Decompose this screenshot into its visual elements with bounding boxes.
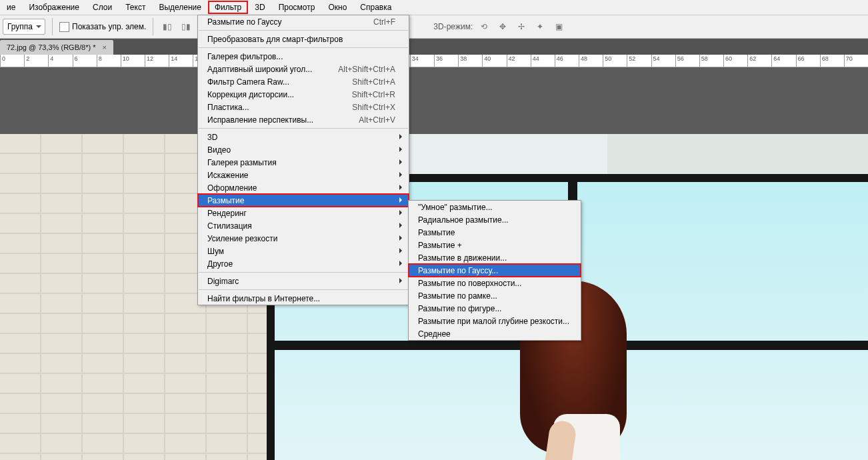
menu-item-label: Стилизация bbox=[207, 221, 395, 231]
pan-icon[interactable]: ✥ bbox=[495, 19, 510, 34]
filter-menu-item[interactable]: Рендеринг bbox=[198, 207, 409, 219]
menu-item-label: Размытие в движении... bbox=[418, 253, 567, 263]
ruler-tick: 64 bbox=[771, 55, 780, 67]
separator bbox=[52, 18, 53, 35]
menu-выделение[interactable]: Выделение bbox=[152, 1, 208, 14]
move-icon[interactable]: ✢ bbox=[514, 19, 529, 34]
submenu-arrow-icon bbox=[399, 278, 405, 283]
blur-submenu-item[interactable]: Размытие по рамке... bbox=[409, 289, 581, 302]
group-select-label: Группа bbox=[7, 22, 33, 31]
menu-3d[interactable]: 3D bbox=[248, 1, 271, 14]
filter-menu-item[interactable]: Оформление bbox=[198, 181, 409, 194]
filter-menu-item[interactable]: Найти фильтры в Интернете... bbox=[198, 292, 409, 305]
submenu-arrow-icon bbox=[399, 223, 405, 228]
ruler-tick: 34 bbox=[410, 55, 419, 67]
ruler-tick: 42 bbox=[507, 55, 515, 67]
show-controls-checkbox[interactable]: Показать упр. элем. bbox=[59, 22, 146, 32]
menu-фильтр[interactable]: Фильтр bbox=[208, 1, 248, 14]
filter-menu-item[interactable]: Адаптивный широкий угол...Alt+Shift+Ctrl… bbox=[198, 63, 409, 75]
checkbox-icon bbox=[59, 22, 69, 32]
filter-menu-item[interactable]: Размытие bbox=[198, 194, 409, 207]
blur-submenu-item[interactable]: Радиальное размытие... bbox=[409, 213, 581, 226]
close-icon[interactable]: × bbox=[102, 43, 106, 51]
scale-icon[interactable]: ✦ bbox=[533, 19, 547, 34]
submenu-arrow-icon bbox=[399, 134, 405, 139]
blur-submenu-item[interactable]: Размытие в движении... bbox=[409, 251, 581, 264]
ruler-tick: 10 bbox=[121, 55, 129, 67]
ruler-tick: 4 bbox=[48, 55, 53, 67]
menu-separator bbox=[199, 289, 408, 290]
menu-item-label: Размытие по Гауссу bbox=[207, 17, 357, 27]
filter-menu-item[interactable]: Видео bbox=[198, 143, 409, 156]
menu-справка[interactable]: Справка bbox=[353, 1, 398, 14]
ruler-tick: 66 bbox=[796, 55, 805, 67]
ruler-horizontal: 0246810121416182022242628303234363840424… bbox=[0, 55, 868, 67]
blur-submenu-item[interactable]: Размытие bbox=[409, 226, 581, 239]
menu-текст[interactable]: Текст bbox=[119, 1, 152, 14]
blur-submenu-item[interactable]: Размытие при малой глубине резкости... bbox=[409, 315, 581, 327]
menu-separator bbox=[199, 30, 408, 31]
menu-separator bbox=[199, 272, 408, 273]
submenu-arrow-icon bbox=[399, 210, 405, 215]
filter-menu-item[interactable]: Усиление резкости bbox=[198, 232, 409, 245]
menu-изображение[interactable]: Изображение bbox=[22, 1, 86, 14]
menu-ие[interactable]: ие bbox=[0, 1, 22, 14]
menu-слои[interactable]: Слои bbox=[86, 1, 119, 14]
ruler-tick: 0 bbox=[0, 55, 5, 67]
filter-menu-item[interactable]: Галерея фильтров... bbox=[198, 50, 409, 63]
menu-item-label: Размытие + bbox=[418, 241, 567, 250]
menu-item-label: Размытие при малой глубине резкости... bbox=[418, 317, 569, 326]
menu-item-label: Галерея размытия bbox=[207, 158, 395, 167]
ruler-tick: 14 bbox=[169, 55, 177, 67]
filter-menu-item[interactable]: 3D bbox=[198, 131, 409, 143]
filter-menu-item[interactable]: Искажение bbox=[198, 169, 409, 181]
mode3d-label: 3D-режим: bbox=[433, 22, 473, 31]
blur-submenu-item[interactable]: Среднее bbox=[409, 327, 581, 340]
blur-submenu-item[interactable]: Размытие по Гауссу... bbox=[409, 264, 581, 277]
submenu-arrow-icon bbox=[399, 147, 405, 152]
filter-menu-item[interactable]: Digimarc bbox=[198, 275, 409, 287]
filter-menu-item[interactable]: Фильтр Camera Raw...Shift+Ctrl+A bbox=[198, 75, 409, 88]
menu-item-label: Искажение bbox=[207, 171, 395, 180]
filter-menu-item[interactable]: Стилизация bbox=[198, 219, 409, 232]
ruler-tick: 6 bbox=[73, 55, 78, 67]
group-select[interactable]: Группа bbox=[3, 19, 45, 35]
filter-menu-item[interactable]: Пластика...Shift+Ctrl+X bbox=[198, 101, 409, 113]
blur-submenu-item[interactable]: Размытие + bbox=[409, 239, 581, 251]
menu-просмотр[interactable]: Просмотр bbox=[272, 1, 322, 14]
filter-menu-item[interactable]: Другое bbox=[198, 257, 409, 270]
menu-item-label: Шум bbox=[207, 247, 395, 256]
menu-item-label: Размытие по фигуре... bbox=[418, 304, 567, 313]
align-icon[interactable]: ▯▮ bbox=[179, 19, 193, 34]
filter-menu-item[interactable]: Шум bbox=[198, 245, 409, 257]
submenu-arrow-icon bbox=[399, 235, 405, 241]
ruler-tick: 38 bbox=[458, 55, 467, 67]
filter-menu-item[interactable]: Галерея размытия bbox=[198, 156, 409, 169]
document-tab[interactable]: 72.jpg @ 73,3% (RGB/8*) * × bbox=[0, 40, 113, 55]
menu-окно[interactable]: Окно bbox=[321, 1, 353, 14]
filter-menu-item[interactable]: Преобразовать для смарт-фильтров bbox=[198, 33, 409, 45]
blur-submenu: "Умное" размытие...Радиальное размытие..… bbox=[408, 200, 581, 341]
blur-submenu-item[interactable]: Размытие по поверхности... bbox=[409, 277, 581, 289]
blur-submenu-item[interactable]: "Умное" размытие... bbox=[409, 201, 581, 213]
camera-icon[interactable]: ▣ bbox=[551, 19, 566, 34]
menu-item-label: Радиальное размытие... bbox=[418, 215, 567, 225]
menu-item-label: "Умное" размытие... bbox=[418, 203, 567, 212]
filter-menu-item[interactable]: Исправление перспективы...Alt+Ctrl+V bbox=[198, 113, 409, 126]
menu-item-label: Рендеринг bbox=[207, 209, 395, 218]
menu-separator bbox=[199, 47, 408, 48]
menu-item-shortcut: Ctrl+F bbox=[373, 17, 395, 27]
menubar: иеИзображениеСлоиТекстВыделениеФильтр3DП… bbox=[0, 0, 868, 15]
menu-item-label: Преобразовать для смарт-фильтров bbox=[207, 35, 395, 44]
menu-item-label: Галерея фильтров... bbox=[207, 52, 395, 61]
blur-submenu-item[interactable]: Размытие по фигуре... bbox=[409, 302, 581, 315]
orbit-icon[interactable]: ⟲ bbox=[477, 19, 491, 34]
ruler-tick: 8 bbox=[97, 55, 102, 67]
separator bbox=[153, 18, 153, 35]
ruler-tick: 58 bbox=[699, 55, 708, 67]
ruler-tick: 70 bbox=[844, 55, 853, 67]
align-icon[interactable]: ▮▯ bbox=[160, 19, 175, 34]
filter-menu-item[interactable]: Размытие по ГауссуCtrl+F bbox=[198, 15, 409, 28]
filter-menu-item[interactable]: Коррекция дисторсии...Shift+Ctrl+R bbox=[198, 88, 409, 101]
ruler-tick: 36 bbox=[434, 55, 443, 67]
